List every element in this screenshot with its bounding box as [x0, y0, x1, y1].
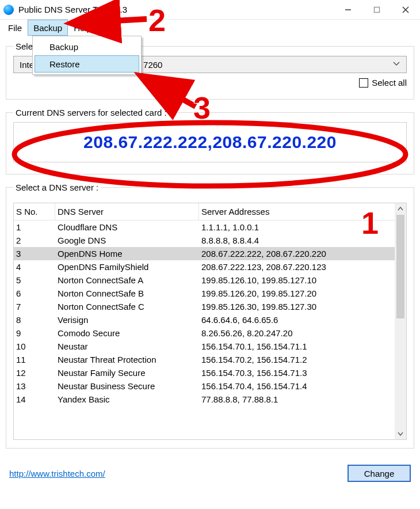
dropdown-item-restore[interactable]: Restore [35, 55, 139, 73]
table-row[interactable]: 8Verisign64.6.64.6, 64.6.65.6 [14, 313, 395, 326]
cell-sno: 9 [14, 326, 55, 340]
cell-server: OpenDNS FamilyShield [55, 260, 199, 274]
cell-sno: 11 [14, 353, 55, 366]
cell-addr: 77.88.8.8, 77.88.8.1 [199, 393, 395, 405]
cell-sno: 7 [14, 300, 55, 313]
dns-list-fieldset: Select a DNS server : S No. DNS Server S… [6, 183, 414, 449]
app-icon [3, 5, 14, 15]
backup-dropdown: Backup Restore [32, 36, 142, 75]
table-row[interactable]: 13Neustar Business Secure156.154.70.4, 1… [14, 379, 395, 393]
cell-addr: 64.6.64.6, 64.6.65.6 [199, 313, 395, 326]
col-addr[interactable]: Server Addresses [199, 203, 395, 220]
cell-addr: 156.154.70.2, 156.154.71.2 [199, 353, 395, 366]
cell-server: Verisign [55, 313, 199, 326]
menu-file[interactable]: File [2, 20, 28, 36]
cell-addr: 8.26.56.26, 8.20.247.20 [199, 326, 395, 340]
menu-backup[interactable]: Backup [28, 20, 68, 36]
dns-list[interactable]: S No. DNS Server Server Addresses 1Cloud… [14, 203, 395, 439]
footer: http://www.trishtech.com/ Change [0, 457, 420, 482]
cell-server: Comodo Secure [55, 326, 199, 340]
maximize-button[interactable] [362, 0, 391, 20]
cell-sno: 10 [14, 340, 55, 353]
col-server[interactable]: DNS Server [55, 203, 199, 220]
cell-addr: 208.67.222.123, 208.67.220.123 [199, 260, 395, 274]
chevron-down-icon [392, 60, 400, 70]
cell-addr: 199.85.126.20, 199.85.127.20 [199, 287, 395, 300]
cell-server: Neustar [55, 340, 199, 353]
homepage-link[interactable]: http://www.trishtech.com/ [9, 469, 105, 478]
cell-sno: 5 [14, 274, 55, 287]
table-row[interactable]: 3OpenDNS Home208.67.222.222, 208.67.220.… [14, 247, 395, 260]
cell-sno: 14 [14, 393, 55, 405]
table-row[interactable]: 12Neustar Family Secure156.154.70.3, 156… [14, 366, 395, 379]
cell-server: Norton ConnectSafe A [55, 274, 199, 287]
table-row[interactable]: 14Yandex Basic77.88.8.8, 77.88.8.1 [14, 393, 395, 405]
select-all-label: Select all [372, 78, 407, 88]
select-all-checkbox[interactable] [359, 78, 368, 88]
cell-server: Google DNS [55, 234, 199, 247]
cell-server: Norton ConnectSafe B [55, 287, 199, 300]
cell-addr: 199.85.126.30, 199.85.127.30 [199, 300, 395, 313]
table-row[interactable]: 2Google DNS8.8.8.8, 8.8.4.4 [14, 234, 395, 247]
current-dns-fieldset: Current DNS servers for selected card : … [6, 108, 414, 174]
minimize-button[interactable] [334, 0, 362, 20]
cell-addr: 1.1.1.1, 1.0.0.1 [199, 221, 395, 234]
list-header: S No. DNS Server Server Addresses [14, 203, 395, 221]
cell-sno: 13 [14, 379, 55, 393]
current-dns-value: 208.67.222.222,208.67.220.220 [13, 122, 407, 162]
cell-sno: 3 [14, 247, 55, 260]
menu-bar: File Backup Help [0, 20, 420, 36]
col-sno[interactable]: S No. [14, 203, 55, 220]
table-row[interactable]: 11Neustar Threat Protection156.154.70.2,… [14, 353, 395, 366]
menu-help[interactable]: Help [68, 20, 97, 36]
svg-rect-1 [375, 7, 380, 12]
table-row[interactable]: 7Norton ConnectSafe C199.85.126.30, 199.… [14, 300, 395, 313]
current-dns-legend: Current DNS servers for selected card : [13, 108, 169, 117]
table-row[interactable]: 6Norton ConnectSafe B199.85.126.20, 199.… [14, 287, 395, 300]
cell-server: OpenDNS Home [55, 247, 199, 260]
vertical-scrollbar[interactable] [395, 203, 406, 439]
table-row[interactable]: 10Neustar156.154.70.1, 156.154.71.1 [14, 340, 395, 353]
cell-server: Cloudflare DNS [55, 221, 199, 234]
cell-addr: 156.154.70.3, 156.154.71.3 [199, 366, 395, 379]
window-title: Public DNS Server Tool v2.3 [18, 5, 334, 14]
cell-server: Neustar Business Secure [55, 379, 199, 393]
cell-server: Yandex Basic [55, 393, 199, 405]
cell-addr: 199.85.126.10, 199.85.127.10 [199, 274, 395, 287]
cell-sno: 8 [14, 313, 55, 326]
cell-server: Neustar Threat Protection [55, 353, 199, 366]
dns-list-legend: Select a DNS server : [13, 183, 101, 192]
cell-sno: 12 [14, 366, 55, 379]
close-button[interactable] [391, 0, 420, 20]
title-bar: Public DNS Server Tool v2.3 [0, 0, 420, 20]
scroll-up-arrow[interactable] [395, 203, 406, 215]
dropdown-item-backup[interactable]: Backup [35, 38, 139, 55]
cell-server: Neustar Family Secure [55, 366, 199, 379]
table-row[interactable]: 4OpenDNS FamilyShield208.67.222.123, 208… [14, 260, 395, 274]
cell-addr: 156.154.70.1, 156.154.71.1 [199, 340, 395, 353]
scroll-down-arrow[interactable] [395, 428, 406, 439]
cell-sno: 4 [14, 260, 55, 274]
table-row[interactable]: 5Norton ConnectSafe A199.85.126.10, 199.… [14, 274, 395, 287]
cell-sno: 6 [14, 287, 55, 300]
table-row[interactable]: 1Cloudflare DNS1.1.1.1, 1.0.0.1 [14, 221, 395, 234]
cell-addr: 8.8.8.8, 8.8.4.4 [199, 234, 395, 247]
cell-addr: 156.154.70.4, 156.154.71.4 [199, 379, 395, 393]
scrollbar-thumb[interactable] [396, 215, 404, 318]
change-button[interactable]: Change [348, 465, 411, 482]
cell-server: Norton ConnectSafe C [55, 300, 199, 313]
table-row[interactable]: 9Comodo Secure8.26.56.26, 8.20.247.20 [14, 326, 395, 340]
cell-sno: 1 [14, 221, 55, 234]
cell-sno: 2 [14, 234, 55, 247]
cell-addr: 208.67.222.222, 208.67.220.220 [199, 247, 395, 260]
